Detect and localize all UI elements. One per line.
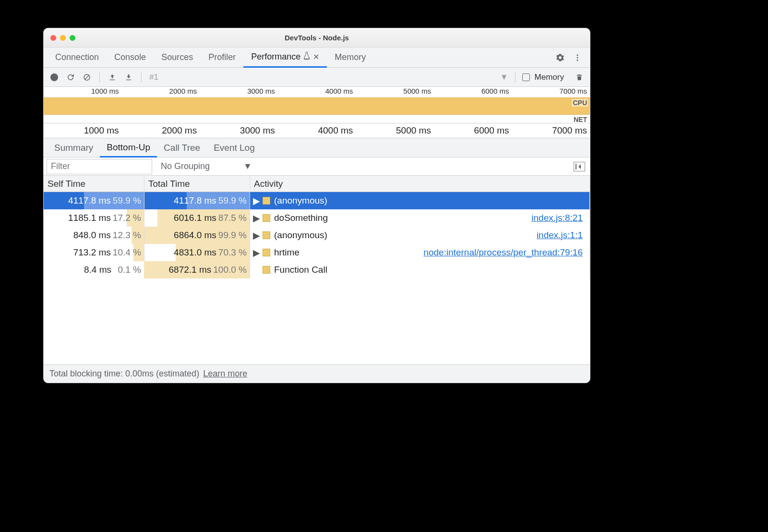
kebab-icon (573, 53, 582, 62)
bottom-up-table: Self Time Total Time Activity 4117.8 ms5… (44, 176, 590, 364)
tab-profiler[interactable]: Profiler (201, 48, 243, 67)
time-ms: 6864.0 ms (174, 230, 216, 241)
window-title: DevTools - Node.js (44, 34, 590, 42)
tab-sources[interactable]: Sources (154, 48, 201, 67)
col-activity[interactable]: Activity (250, 176, 590, 192)
time-pct: 0.1 % (113, 265, 141, 275)
source-link[interactable]: index.js:1:1 (537, 230, 589, 241)
time-ms: 1185.1 ms (68, 213, 111, 223)
activity-name: doSomething (274, 213, 328, 223)
disclosure-triangle-icon[interactable]: ▶ (253, 230, 259, 241)
time-pct: 59.9 % (113, 195, 141, 206)
devtools-window: DevTools - Node.js Connection Console So… (43, 28, 590, 383)
subtab-event-log[interactable]: Event Log (207, 138, 262, 157)
flask-icon (303, 52, 310, 62)
net-lane: NET (44, 115, 590, 123)
timeline-ruler[interactable]: 1000 ms 2000 ms 3000 ms 4000 ms 5000 ms … (44, 123, 590, 138)
col-total-time[interactable]: Total Time (144, 176, 250, 192)
source-link[interactable]: index.js:8:21 (531, 213, 589, 223)
disclosure-triangle-icon[interactable]: ▶ (253, 213, 259, 224)
table-row[interactable]: 848.0 ms12.3 % 6864.0 ms99.9 % ▶ (anonym… (44, 227, 590, 244)
time-ms: 8.4 ms (84, 265, 111, 275)
col-self-time[interactable]: Self Time (44, 176, 144, 192)
filter-bar: No Grouping ▼ (44, 157, 590, 176)
subtab-bottom-up[interactable]: Bottom-Up (100, 139, 157, 157)
download-icon (125, 73, 132, 81)
time-pct: 87.5 % (218, 213, 247, 223)
category-swatch-icon (263, 249, 270, 256)
save-profile-button[interactable] (123, 73, 134, 81)
category-swatch-icon (263, 231, 270, 239)
memory-checkbox[interactable] (522, 73, 530, 81)
time-ms: 4117.8 ms (68, 195, 111, 206)
learn-more-link[interactable]: Learn more (203, 369, 247, 379)
disclosure-triangle-icon[interactable]: ▶ (253, 247, 259, 258)
settings-button[interactable] (552, 53, 569, 62)
net-lane-label: NET (573, 116, 588, 123)
time-pct: 70.3 % (218, 247, 247, 258)
tab-performance[interactable]: Performance ✕ (243, 48, 327, 68)
performance-toolbar: ▼ Memory (44, 68, 590, 87)
table-row[interactable]: 8.4 ms0.1 % 6872.1 ms100.0 % Function Ca… (44, 261, 590, 278)
svg-point-2 (577, 59, 578, 60)
table-row[interactable]: 4117.8 ms59.9 % 4117.8 ms59.9 % ▶ (anony… (44, 192, 590, 209)
category-swatch-icon (263, 266, 270, 274)
panel-left-icon (574, 162, 585, 171)
traffic-lights (50, 35, 75, 41)
activity-name: (anonymous) (274, 230, 327, 241)
clear-button[interactable] (81, 73, 93, 82)
subtab-summary[interactable]: Summary (48, 138, 100, 157)
table-row[interactable]: 713.2 ms10.4 % 4831.0 ms70.3 % ▶ hrtime … (44, 244, 590, 261)
grouping-select[interactable]: No Grouping ▼ (161, 161, 252, 171)
load-profile-button[interactable] (107, 73, 118, 81)
svg-point-0 (577, 54, 578, 56)
subtab-call-tree[interactable]: Call Tree (157, 138, 207, 157)
time-pct: 17.2 % (113, 213, 141, 223)
activity-name: Function Call (274, 265, 327, 275)
cpu-lane: CPU (44, 97, 590, 115)
blocking-time-label: Total blocking time: 0.00ms (estimated) (49, 369, 199, 379)
panel-tabs: Connection Console Sources Profiler Perf… (44, 48, 590, 68)
time-ms: 6872.1 ms (169, 265, 212, 275)
tab-connection[interactable]: Connection (48, 48, 107, 67)
cpu-lane-label: CPU (572, 99, 588, 107)
reload-icon (66, 73, 75, 82)
close-icon[interactable]: ✕ (313, 52, 319, 61)
time-pct: 99.9 % (218, 230, 247, 241)
table-row[interactable]: 1185.1 ms17.2 % 6016.1 ms87.5 % ▶ doSome… (44, 209, 590, 227)
svg-line-4 (85, 75, 89, 79)
source-link[interactable]: node:internal/process/per_thread:79:16 (423, 247, 589, 258)
window-maximize-button[interactable] (70, 35, 75, 41)
time-pct: 12.3 % (113, 230, 141, 241)
window-close-button[interactable] (50, 35, 56, 41)
filter-input[interactable] (47, 159, 152, 174)
upload-icon (108, 73, 116, 81)
grouping-label: No Grouping (161, 161, 210, 171)
overview-pane[interactable]: 1000 ms 2000 ms 3000 ms 4000 ms 5000 ms … (44, 87, 590, 138)
category-swatch-icon (263, 214, 270, 222)
reload-button[interactable] (65, 73, 76, 82)
no-entry-icon (83, 73, 91, 82)
collect-garbage-button[interactable] (574, 73, 585, 82)
record-icon (50, 73, 58, 81)
chevron-down-icon[interactable]: ▼ (500, 73, 508, 82)
chevron-down-icon: ▼ (243, 161, 252, 171)
gear-icon (555, 53, 565, 62)
tab-console[interactable]: Console (107, 48, 154, 67)
time-ms: 4831.0 ms (174, 247, 216, 258)
overview-ticks: 1000 ms 2000 ms 3000 ms 4000 ms 5000 ms … (44, 87, 590, 97)
activity-name: hrtime (274, 247, 300, 258)
window-minimize-button[interactable] (60, 35, 66, 41)
time-ms: 6016.1 ms (174, 213, 216, 223)
table-body: 4117.8 ms59.9 % 4117.8 ms59.9 % ▶ (anony… (44, 192, 590, 364)
more-button[interactable] (569, 53, 586, 62)
svg-point-1 (577, 57, 578, 58)
tab-memory[interactable]: Memory (327, 48, 373, 67)
toggle-sidebar-button[interactable] (574, 162, 585, 171)
disclosure-triangle-icon[interactable]: ▶ (253, 195, 259, 206)
titlebar: DevTools - Node.js (44, 28, 590, 48)
record-button[interactable] (48, 73, 60, 81)
time-pct: 10.4 % (113, 247, 141, 258)
session-name-input[interactable] (148, 72, 230, 83)
memory-checkbox-label: Memory (535, 73, 564, 82)
